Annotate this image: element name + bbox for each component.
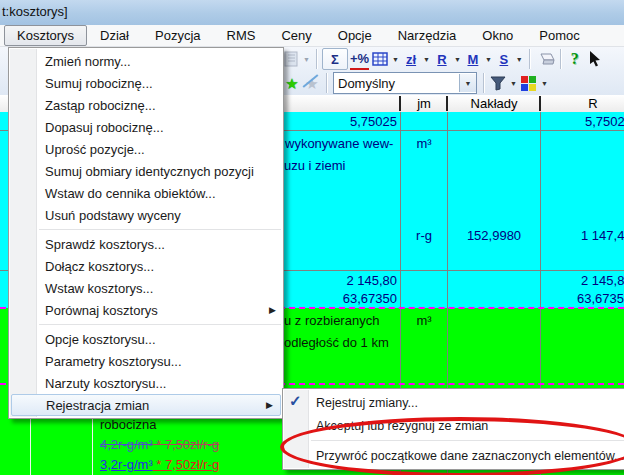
menu-item-opcje-kosztorysu[interactable]: Opcje kosztorysu... bbox=[9, 328, 283, 350]
s-equipment-button[interactable]: S bbox=[495, 49, 513, 69]
grid-vline bbox=[92, 415, 93, 475]
menu-item-sumuj-obmiary[interactable]: Sumuj obmiary identycznych pozycji bbox=[9, 160, 283, 182]
menubar-item-kosztorys[interactable]: Kosztorys bbox=[4, 25, 87, 46]
cell-description-line2[interactable]: uzu i ziemi bbox=[284, 158, 345, 173]
menu-separator bbox=[39, 229, 281, 230]
filter-funnel-icon[interactable] bbox=[489, 73, 507, 93]
cell-description-line1[interactable]: wykonywane wew- bbox=[285, 136, 393, 151]
cell-sum-value2[interactable]: 63,67350 bbox=[343, 291, 397, 306]
cell-naklady-qty[interactable]: 152,9980 bbox=[448, 228, 540, 243]
cell-sum-r2[interactable]: 63,6735 bbox=[577, 291, 624, 306]
menubar-item-pomoc[interactable]: Pomoc bbox=[526, 25, 592, 46]
application-window: t:kosztorys] Kosztorys Dział Pozycja RMS… bbox=[0, 0, 624, 475]
table-grid-icon[interactable] bbox=[371, 49, 389, 69]
table-grid-dropdown-icon[interactable]: ▼ bbox=[392, 56, 399, 63]
column-header-naklady[interactable]: Nakłady bbox=[448, 96, 540, 111]
grid-vline bbox=[30, 415, 31, 475]
window-title: t:kosztorys] bbox=[2, 4, 68, 19]
r-dropdown-icon[interactable]: ▼ bbox=[454, 56, 461, 63]
toolbar-separator bbox=[316, 49, 317, 69]
combobox-dropdown-button[interactable]: ▼ bbox=[459, 74, 476, 92]
submenu-arrow-icon: ▶ bbox=[269, 305, 276, 315]
menubar-item-opcje[interactable]: Opcje bbox=[325, 25, 385, 46]
style-combobox[interactable]: Domyślny ▼ bbox=[333, 72, 477, 94]
submenu-item-akceptuj-lub-rezygnuj[interactable]: Akceptuj lub rezygnuj ze zmian bbox=[283, 414, 624, 437]
cell-r-cost[interactable]: 1 147,4 bbox=[581, 228, 624, 243]
cell-sum-value1[interactable]: 2 145,80 bbox=[346, 273, 397, 288]
menu-item-narzuty-kosztorysu[interactable]: Narzuty kosztorysu... bbox=[9, 372, 283, 394]
menu-item-wstaw-do-cennika[interactable]: Wstaw do cennika obiektów... bbox=[9, 182, 283, 204]
zl-prices-button[interactable]: zł bbox=[402, 49, 420, 69]
menu-item-rejestracja-zmian[interactable]: Rejestracja zmian▶ bbox=[11, 394, 281, 416]
eraser-icon[interactable] bbox=[535, 49, 555, 69]
toolbar-separator bbox=[483, 73, 484, 93]
menu-item-zmien-normy[interactable]: Zmień normy... bbox=[9, 50, 283, 72]
change-label-robocizna[interactable]: robocizna bbox=[100, 417, 156, 432]
submenu-arrow-icon: ▶ bbox=[266, 400, 273, 410]
submenu-item-rejestruj-zmiany[interactable]: ✓ Rejestruj zmiany... bbox=[283, 391, 624, 414]
menu-item-sprawdz-kosztorys[interactable]: Sprawdź kosztorys... bbox=[9, 233, 283, 255]
menu-item-wstaw-kosztorys[interactable]: Wstaw kosztorys... bbox=[9, 277, 283, 299]
cursor-arrow-icon[interactable] bbox=[586, 49, 604, 69]
s-dropdown-icon[interactable]: ▼ bbox=[516, 56, 523, 63]
yellow-swatch bbox=[529, 84, 536, 91]
new-price: * 7,50zł/r-g bbox=[153, 457, 219, 472]
menu-item-porownaj-kosztorys[interactable]: Porównaj kosztorys▶ bbox=[9, 299, 283, 321]
column-header-r[interactable]: R bbox=[541, 96, 624, 111]
help-button[interactable]: ? bbox=[566, 49, 584, 69]
cell-naklady-unit[interactable]: r-g bbox=[401, 228, 447, 243]
header-divider bbox=[399, 96, 401, 111]
menu-item-dolacz-kosztorys[interactable]: Dołącz kosztorys... bbox=[9, 255, 283, 277]
red-swatch bbox=[521, 76, 528, 83]
toolbar-separator bbox=[560, 49, 561, 69]
submenu-item-przywroc-poczatkowe-dane[interactable]: Przywróć początkowe dane zaznaczonych el… bbox=[283, 444, 624, 467]
menubar-item-narzedzia[interactable]: Narzędzia bbox=[385, 25, 470, 46]
header-divider bbox=[446, 96, 448, 111]
cell-sum-r1[interactable]: 2 145,8 bbox=[581, 273, 624, 288]
cell-obmiar-value[interactable]: 5,75025 bbox=[350, 114, 397, 129]
menu-separator bbox=[39, 324, 281, 325]
toolbar-separator bbox=[529, 49, 530, 69]
kosztorys-menu: Zmień normy... Sumuj robociznę... Zastąp… bbox=[8, 47, 284, 419]
column-header-jm[interactable]: jm bbox=[401, 96, 447, 111]
checkmark-icon: ✓ bbox=[289, 392, 302, 410]
menu-item-zastap-robocizne[interactable]: Zastąp robociznę... bbox=[9, 94, 283, 116]
filter-dropdown-icon[interactable]: ▼ bbox=[510, 80, 517, 87]
change-new-value[interactable]: 3,2r-g/m³ * 7,50zł/r-g bbox=[100, 457, 219, 472]
cell-unit-jm[interactable]: m³ bbox=[401, 136, 447, 151]
menubar-item-pozycja[interactable]: Pozycja bbox=[142, 25, 214, 46]
menubar-item-ceny[interactable]: Ceny bbox=[268, 25, 324, 46]
menubar-item-dzial[interactable]: Dział bbox=[87, 25, 142, 46]
change-old-value[interactable]: 4,2r-g/m³ * 7,50zł/r-g bbox=[100, 437, 219, 452]
title-bar[interactable]: t:kosztorys] bbox=[0, 0, 624, 25]
toolbar-separator bbox=[326, 73, 327, 93]
color-palette-icon[interactable] bbox=[520, 73, 538, 93]
cell-green-desc-line1[interactable]: u z rozbieranych bbox=[284, 313, 379, 328]
palette-dropdown-icon[interactable]: ▼ bbox=[541, 80, 548, 87]
sum-button[interactable]: Σ bbox=[322, 48, 348, 70]
cell-green-jm[interactable]: m³ bbox=[401, 313, 447, 328]
green-swatch bbox=[529, 76, 536, 83]
ledger-icon[interactable] bbox=[282, 49, 300, 69]
menubar-item-rms[interactable]: RMS bbox=[214, 25, 269, 46]
cell-green-desc-line2[interactable]: odległość do 1 km bbox=[284, 335, 389, 350]
old-price: * 7,50zł/r-g bbox=[153, 437, 219, 452]
style-combobox-value: Domyślny bbox=[334, 76, 459, 91]
header-divider bbox=[539, 96, 541, 111]
menu-item-parametry-kosztorysu[interactable]: Parametry kosztorysu... bbox=[9, 350, 283, 372]
menu-item-sumuj-robocizne[interactable]: Sumuj robociznę... bbox=[9, 72, 283, 94]
menu-item-usun-podstawy[interactable]: Usuń podstawy wyceny bbox=[9, 204, 283, 226]
m-dropdown-icon[interactable]: ▼ bbox=[485, 56, 492, 63]
r-labor-button[interactable]: R bbox=[433, 49, 451, 69]
favorite-off-icon[interactable]: ★ bbox=[303, 73, 321, 93]
cell-r-total[interactable]: 5,7502 bbox=[585, 114, 624, 129]
zl-dropdown-icon[interactable]: ▼ bbox=[423, 56, 430, 63]
menu-item-dopasuj-robocizne[interactable]: Dopasuj robociznę... bbox=[9, 116, 283, 138]
m-materials-button[interactable]: M bbox=[464, 49, 482, 69]
menubar-item-okno[interactable]: Okno bbox=[469, 25, 526, 46]
blue-swatch bbox=[521, 84, 528, 91]
favorite-on-icon[interactable]: ★ bbox=[283, 73, 301, 93]
ledger-dropdown-icon[interactable]: ▼ bbox=[303, 56, 310, 63]
menu-item-uprosc-pozycje[interactable]: Uprość pozycje... bbox=[9, 138, 283, 160]
percent-button[interactable]: +% bbox=[350, 48, 369, 70]
